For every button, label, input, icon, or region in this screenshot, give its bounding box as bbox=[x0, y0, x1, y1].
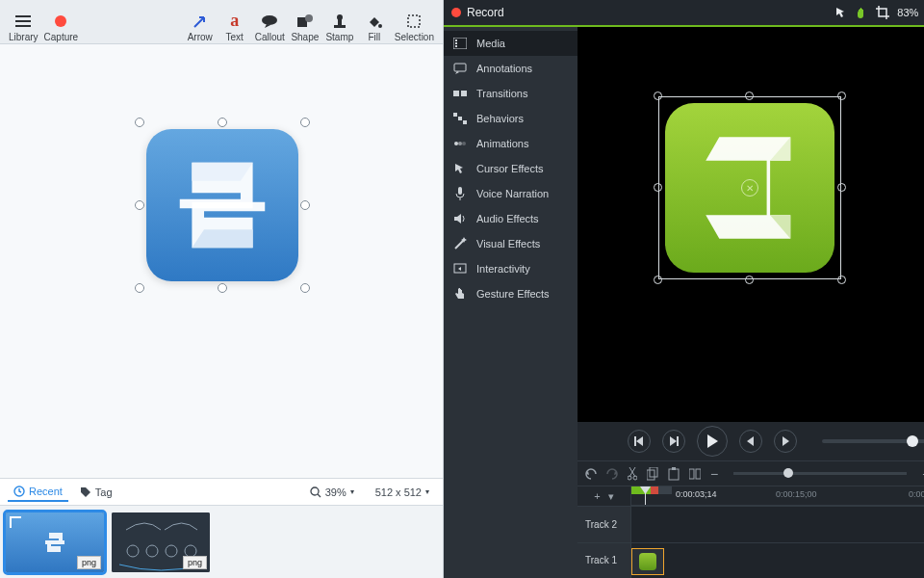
text-tool[interactable]: a Text bbox=[218, 2, 252, 42]
camtasia-app: Record 83% ▾ Media Annotations Transitio… bbox=[444, 0, 924, 578]
sidebar-item-voice-narration[interactable]: Voice Narration bbox=[444, 181, 578, 206]
copy-button[interactable] bbox=[647, 467, 658, 481]
resize-handle-tr[interactable] bbox=[300, 118, 310, 127]
resize-handle-br[interactable] bbox=[300, 283, 310, 293]
microphone-icon bbox=[453, 187, 467, 200]
redo-button[interactable] bbox=[606, 468, 618, 480]
undo-button[interactable] bbox=[585, 468, 597, 480]
selection-handles[interactable] bbox=[141, 123, 304, 287]
callout-tool[interactable]: Callout bbox=[252, 2, 288, 42]
cursor-effects-icon bbox=[453, 162, 467, 175]
resize-handle-l[interactable] bbox=[135, 200, 144, 210]
record-button[interactable]: Record bbox=[467, 6, 504, 19]
resize-handle-tl[interactable] bbox=[135, 118, 144, 127]
timeline-clip[interactable] bbox=[631, 548, 664, 575]
svg-point-27 bbox=[458, 142, 462, 145]
sidebar-item-cursor-effects[interactable]: Cursor Effects bbox=[444, 156, 578, 181]
zoom-knob[interactable] bbox=[783, 468, 793, 478]
track-label-2[interactable]: Track 2 bbox=[578, 506, 630, 542]
wand-icon bbox=[453, 237, 467, 250]
resize-handle-r[interactable] bbox=[837, 183, 846, 192]
arrow-tool[interactable]: Arrow bbox=[183, 2, 218, 42]
track-row-2[interactable] bbox=[631, 506, 924, 542]
play-button[interactable] bbox=[697, 426, 728, 457]
resize-handle-tr[interactable] bbox=[837, 92, 846, 100]
timeline-markers bbox=[631, 486, 672, 494]
resize-handle-t[interactable] bbox=[745, 92, 754, 100]
left-toolbar: Library Capture Arrow a Text Callout bbox=[0, 0, 443, 44]
zoom-control[interactable]: 39% ▾ bbox=[304, 484, 360, 501]
record-dot-icon bbox=[451, 8, 461, 17]
shape-tool[interactable]: Shape bbox=[288, 2, 322, 42]
sidebar-item-interactivity[interactable]: Interactivity bbox=[444, 256, 578, 281]
sidebar-item-animations[interactable]: Animations bbox=[444, 131, 578, 156]
paste-button[interactable] bbox=[668, 467, 680, 481]
track-row-1[interactable] bbox=[631, 542, 924, 578]
split-button[interactable] bbox=[689, 467, 701, 481]
prev-frame-button[interactable] bbox=[628, 430, 651, 453]
sidebar-item-gesture-effects[interactable]: Gesture Effects bbox=[444, 281, 578, 306]
sidebar-item-visual-effects[interactable]: Visual Effects bbox=[444, 231, 578, 256]
seek-knob[interactable] bbox=[907, 435, 918, 447]
resize-handle-bl[interactable] bbox=[654, 276, 662, 284]
sidebar-label: Visual Effects bbox=[476, 238, 540, 250]
hand-icon[interactable] bbox=[855, 7, 868, 18]
resize-handle-tl[interactable] bbox=[654, 92, 662, 100]
svg-rect-36 bbox=[650, 467, 657, 477]
seek-bar[interactable] bbox=[822, 439, 924, 443]
sidebar-label: Transitions bbox=[476, 88, 527, 99]
selected-clip-on-canvas[interactable]: ✕ bbox=[658, 96, 841, 279]
resize-handle-r[interactable] bbox=[300, 200, 310, 210]
resize-handle-l[interactable] bbox=[654, 183, 662, 192]
fill-tool[interactable]: Fill bbox=[357, 2, 392, 42]
next-frame-button[interactable] bbox=[662, 430, 685, 453]
tag-tab[interactable]: Tag bbox=[74, 484, 118, 501]
thumbnail-1[interactable]: png bbox=[6, 512, 104, 572]
selected-object[interactable] bbox=[141, 123, 304, 287]
animations-icon bbox=[453, 137, 467, 150]
stamp-tool[interactable]: Stamp bbox=[322, 2, 357, 42]
add-track-button[interactable]: + bbox=[594, 490, 600, 502]
svg-rect-40 bbox=[696, 469, 701, 479]
resize-handle-br[interactable] bbox=[837, 276, 846, 284]
sidebar-item-media[interactable]: Media bbox=[444, 31, 578, 56]
svg-point-7 bbox=[378, 24, 382, 28]
menu-button[interactable]: Library bbox=[6, 2, 41, 42]
playhead[interactable] bbox=[645, 486, 646, 505]
selection-label: Selection bbox=[395, 32, 434, 42]
track-options-button[interactable]: ▾ bbox=[608, 490, 614, 503]
arrow-icon bbox=[192, 11, 208, 32]
sidebar-item-behaviors[interactable]: Behaviors bbox=[444, 106, 578, 131]
resize-handle-bl[interactable] bbox=[135, 283, 144, 293]
thumbnail-2[interactable]: png bbox=[112, 512, 210, 572]
dimensions-control[interactable]: 512 x 512 ▾ bbox=[370, 484, 435, 501]
video-canvas[interactable]: ✕ bbox=[578, 27, 924, 422]
resize-handle-b[interactable] bbox=[218, 283, 227, 293]
recent-tab[interactable]: Recent bbox=[8, 483, 68, 502]
zoom-out-button[interactable]: − bbox=[710, 466, 718, 482]
sidebar-item-transitions[interactable]: Transitions bbox=[444, 81, 578, 106]
svg-point-28 bbox=[462, 142, 466, 145]
step-back-button[interactable] bbox=[739, 430, 762, 453]
resize-handle-b[interactable] bbox=[745, 276, 754, 284]
svg-rect-31 bbox=[634, 436, 636, 446]
timeline-ruler[interactable]: 0:00:03;14 0:00:15;00 0:00:30;00 bbox=[631, 486, 924, 506]
timeline-zoom-slider[interactable] bbox=[733, 472, 907, 475]
rotate-handle[interactable]: ✕ bbox=[741, 179, 758, 197]
resize-handle-t[interactable] bbox=[218, 118, 227, 127]
svg-rect-39 bbox=[689, 469, 694, 479]
svg-point-10 bbox=[311, 487, 319, 495]
sidebar-item-audio-effects[interactable]: Audio Effects bbox=[444, 206, 578, 231]
track-label-1[interactable]: Track 1 bbox=[578, 542, 630, 579]
right-stage: ✕ bbox=[578, 27, 924, 578]
cursor-icon[interactable] bbox=[835, 7, 847, 18]
capture-button[interactable]: Capture bbox=[41, 2, 82, 42]
timeline-tracks-area[interactable]: 0:00:03;14 0:00:15;00 0:00:30;00 bbox=[631, 486, 924, 578]
file-type-badge: png bbox=[183, 556, 207, 569]
sidebar-item-annotations[interactable]: Annotations bbox=[444, 56, 578, 81]
left-canvas[interactable] bbox=[0, 44, 443, 478]
selection-tool[interactable]: Selection bbox=[392, 2, 437, 42]
cut-button[interactable] bbox=[628, 467, 637, 481]
crop-icon[interactable] bbox=[876, 6, 889, 19]
step-forward-button[interactable] bbox=[774, 430, 797, 453]
